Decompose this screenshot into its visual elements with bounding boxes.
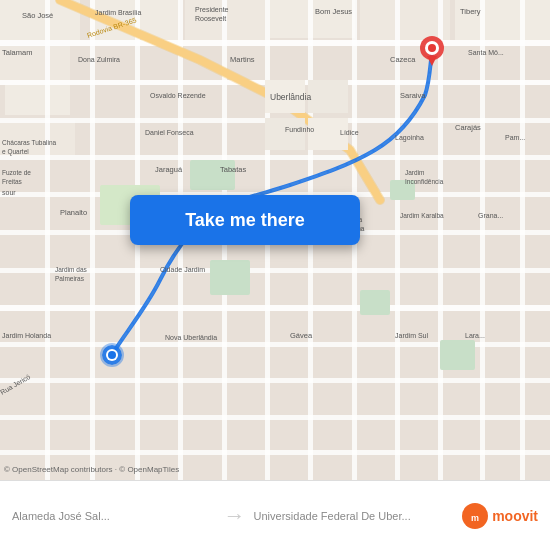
svg-text:Cazeca: Cazeca: [390, 55, 416, 64]
direction-arrow: →: [216, 503, 254, 529]
svg-text:Freitas: Freitas: [2, 178, 23, 185]
svg-text:Palmeiras: Palmeiras: [55, 275, 85, 282]
svg-text:Jardim Holanda: Jardim Holanda: [2, 332, 51, 339]
svg-text:Martins: Martins: [230, 55, 255, 64]
svg-text:Talamam: Talamam: [2, 48, 32, 57]
svg-rect-42: [265, 118, 305, 150]
svg-text:Jardim: Jardim: [405, 169, 425, 176]
svg-text:Lídice: Lídice: [340, 129, 359, 136]
svg-text:Grana...: Grana...: [478, 212, 503, 219]
moovit-logo: m moovit: [461, 502, 538, 530]
origin-location: Alameda José Sal...: [12, 510, 216, 522]
svg-rect-22: [45, 0, 50, 480]
svg-text:Tibery: Tibery: [460, 7, 481, 16]
svg-rect-39: [440, 340, 475, 370]
svg-text:Pam...: Pam...: [505, 134, 525, 141]
map-container: São José Jardim Brasília Presidente Roos…: [0, 0, 550, 480]
svg-text:Jaraguá: Jaraguá: [155, 165, 183, 174]
svg-text:Dona Zulmira: Dona Zulmira: [78, 56, 120, 63]
svg-rect-13: [0, 155, 550, 160]
svg-text:Roosevelt: Roosevelt: [195, 15, 226, 22]
svg-text:Nova Uberlândia: Nova Uberlândia: [165, 334, 217, 341]
svg-text:sour: sour: [2, 189, 16, 196]
svg-text:Santa Mô...: Santa Mô...: [468, 49, 504, 56]
svg-text:São José: São José: [22, 11, 53, 20]
svg-rect-9: [455, 0, 550, 40]
svg-text:Jardim Sul: Jardim Sul: [395, 332, 429, 339]
svg-text:Jardim Brasília: Jardim Brasília: [95, 9, 141, 16]
svg-text:Chácaras Tubalina: Chácaras Tubalina: [2, 139, 57, 146]
moovit-icon: m: [461, 502, 489, 530]
svg-rect-33: [520, 0, 525, 480]
moovit-text: moovit: [492, 508, 538, 524]
svg-rect-35: [210, 260, 250, 295]
svg-text:Presidente: Presidente: [195, 6, 229, 13]
destination-label: Universidade Federal De Uber...: [254, 510, 458, 522]
origin-label: Alameda José Sal...: [12, 510, 216, 522]
svg-rect-20: [0, 415, 550, 420]
svg-rect-32: [480, 0, 485, 480]
svg-text:m: m: [471, 513, 479, 523]
svg-rect-10: [0, 40, 550, 46]
svg-point-90: [428, 44, 436, 52]
svg-rect-23: [90, 0, 95, 480]
svg-rect-17: [0, 305, 550, 311]
svg-text:Gávea: Gávea: [290, 331, 313, 340]
svg-rect-30: [395, 0, 400, 480]
svg-rect-31: [438, 0, 443, 480]
svg-text:Osvaldo Rezende: Osvaldo Rezende: [150, 92, 206, 99]
svg-text:Planalto: Planalto: [60, 208, 87, 217]
svg-text:© OpenStreetMap contributors ·: © OpenStreetMap contributors · © OpenMap…: [4, 465, 179, 474]
svg-text:Jardim das: Jardim das: [55, 266, 88, 273]
svg-rect-41: [308, 80, 348, 113]
svg-rect-19: [0, 378, 550, 383]
svg-text:Carajás: Carajás: [455, 123, 481, 132]
destination-location: Universidade Federal De Uber...: [254, 510, 458, 522]
svg-text:Lara...: Lara...: [465, 332, 485, 339]
svg-rect-8: [360, 0, 450, 42]
svg-point-94: [108, 351, 116, 359]
svg-text:Fuzote de: Fuzote de: [2, 169, 31, 176]
svg-rect-3: [5, 85, 70, 115]
svg-rect-36: [360, 290, 390, 315]
svg-text:Tabatas: Tabatas: [220, 165, 247, 174]
take-me-there-button[interactable]: Take me there: [130, 195, 360, 245]
svg-text:Daniel Fonseca: Daniel Fonseca: [145, 129, 194, 136]
bottom-bar: Alameda José Sal... → Universidade Feder…: [0, 480, 550, 550]
svg-text:Lagoinha: Lagoinha: [395, 134, 424, 142]
svg-text:e Quartel: e Quartel: [2, 148, 29, 156]
svg-text:Inconfidência: Inconfidência: [405, 178, 444, 185]
svg-text:Saraiva: Saraiva: [400, 91, 426, 100]
svg-text:Uberlândia: Uberlândia: [270, 92, 311, 102]
svg-text:Bom Jesus: Bom Jesus: [315, 7, 352, 16]
svg-rect-21: [0, 450, 550, 455]
svg-text:Cidade Jardim: Cidade Jardim: [160, 266, 205, 273]
svg-text:Jardim Karalba: Jardim Karalba: [400, 212, 444, 219]
svg-text:Fundinho: Fundinho: [285, 126, 314, 133]
